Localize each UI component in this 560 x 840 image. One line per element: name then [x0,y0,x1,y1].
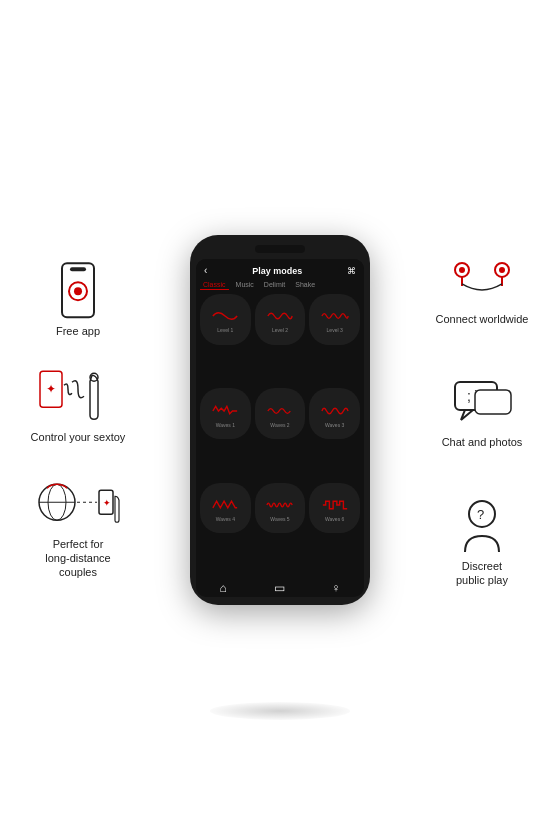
control-sextoy-icon-area: ✦ [38,367,118,427]
svg-rect-19 [475,390,511,414]
connect-worldwide-icon [442,255,522,305]
control-sextoy-label: Control your sextoy [31,431,126,445]
grid-label-level1: Level 1 [217,327,233,333]
profile-icon[interactable]: ♀ [332,581,341,595]
grid-cell-waves6[interactable]: Waves 6 [309,483,360,534]
bluetooth-icon[interactable]: ⌘ [347,266,356,276]
globe-icon: ✦ [33,472,123,534]
grid-label-waves2: Waves 2 [270,422,289,428]
svg-text:✦: ✦ [103,498,111,508]
main-container: Free app ✦ Control your sextoy [0,0,560,840]
tab-delimit[interactable]: Delimit [261,280,288,290]
phone-notch [255,245,305,253]
grid-label-level3: Level 3 [327,327,343,333]
phone-screen: ‹ Play modes ⌘ Classic Music Delimit Sha… [196,259,364,597]
svg-point-16 [499,266,505,272]
wave-waves3-icon [321,402,349,420]
long-distance-icon-area: ✦ [33,473,123,533]
grid-cell-waves5[interactable]: Waves 5 [255,483,306,534]
feature-connect-worldwide: Connect worldwide [422,253,542,326]
grid-label-waves6: Waves 6 [325,516,344,522]
connect-worldwide-label: Connect worldwide [436,312,529,326]
feature-discreet-play: ? Discreet public play [422,500,542,588]
screen-title: Play modes [207,266,347,276]
wave-waves4-icon [211,496,239,514]
feature-free-app: Free app [18,260,138,338]
grid-label-waves4: Waves 4 [216,516,235,522]
grid-cell-level1[interactable]: Level 1 [200,294,251,345]
discreet-play-label: Discreet public play [456,559,508,588]
tab-classic[interactable]: Classic [200,280,229,290]
chat-photos-label: Chat and photos [442,435,523,449]
phone-shadow [210,702,350,720]
grid-cell-level2[interactable]: Level 2 [255,294,306,345]
svg-text:✦: ✦ [46,383,56,397]
tab-shake[interactable]: Shake [292,280,318,290]
wave-waves5-icon [266,496,294,514]
wave-level3-icon [321,307,349,325]
phone-icon [56,261,100,319]
free-app-label: Free app [56,324,100,338]
phone: ‹ Play modes ⌘ Classic Music Delimit Sha… [190,235,370,605]
wave-waves2-icon [266,402,294,420]
wave-waves1-icon [211,402,239,420]
person-icon: ? [455,498,510,556]
grid-label-waves1: Waves 1 [216,422,235,428]
sextoy-icon: ✦ [38,368,118,426]
phone-bottom-bar: ⌂ ▭ ♀ [196,577,364,597]
grid-cell-waves1[interactable]: Waves 1 [200,388,251,439]
screen-grid: Level 1 Level 2 Level 3 [196,290,364,577]
svg-text:?: ? [477,507,484,522]
feature-control-sextoy: ✦ Control your sextoy [18,367,138,445]
grid-label-waves3: Waves 3 [325,422,344,428]
tab-music[interactable]: Music [233,280,257,290]
grid-cell-waves2[interactable]: Waves 2 [255,388,306,439]
screen-header: ‹ Play modes ⌘ [196,259,364,278]
grid-cell-waves3[interactable]: Waves 3 [309,388,360,439]
chat-photos-icon-area: ; ) [447,376,517,431]
connect-worldwide-icon-area [442,253,522,308]
wave-waves6-icon [321,496,349,514]
screen-tabs: Classic Music Delimit Shake [196,278,364,290]
free-app-icon-area [56,260,100,320]
svg-point-14 [459,266,465,272]
grid-label-waves5: Waves 5 [270,516,289,522]
home-icon[interactable]: ⌂ [219,581,226,595]
feature-chat-photos: ; ) Chat and photos [422,376,542,449]
chat-icon: ; ) [447,376,517,431]
discreet-play-icon-area: ? [455,500,510,555]
svg-rect-1 [70,267,86,271]
left-features: Free app ✦ Control your sextoy [18,260,138,579]
wave-level1-icon [211,307,239,325]
grid-label-level2: Level 2 [272,327,288,333]
wave-level2-icon [266,307,294,325]
long-distance-label: Perfect for long-distance couples [45,537,110,580]
square-icon[interactable]: ▭ [274,581,285,595]
feature-long-distance: ✦ Perfect for long-distance couples [18,473,138,580]
svg-point-3 [74,287,82,295]
grid-cell-level3[interactable]: Level 3 [309,294,360,345]
right-features: Connect worldwide ; ) Chat and photos [422,253,542,587]
grid-cell-waves4[interactable]: Waves 4 [200,483,251,534]
